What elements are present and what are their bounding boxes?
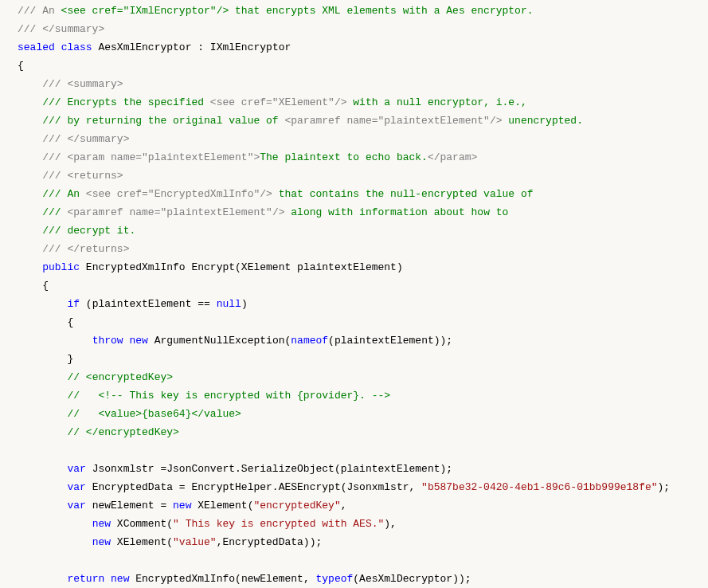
code-token: EncryptedData = EncryptHelper.AESEncrypt… [86,481,421,493]
code-token: /// </summary> [18,23,104,35]
code-token: var [67,463,85,475]
code-block: /// An <see cref="IXmlEncryptor"/> that … [0,0,708,588]
code-token: throw [92,335,123,347]
code-token: EncryptedXmlInfo Encrypt(XElement plaint… [80,261,403,273]
code-token: sealed [18,41,55,53]
code-line: /// Encrypts the specified <see cref="XE… [18,93,708,112]
code-token: // <encryptedKey> [67,371,173,383]
code-token: AesXmlEncryptor : IXmlEncryptor [92,41,291,53]
code-token: return [67,573,104,585]
code-token: { [67,316,73,328]
code-line: /// <summary> [18,75,708,93]
code-token: <paramref name="plaintextElement"/> [284,115,502,127]
code-token: ); [658,481,671,493]
code-token: /// <param name="plaintextElement"> [42,151,260,163]
code-token: "encryptedKey" [253,500,340,512]
code-token: public [42,261,80,273]
code-line: sealed class AesXmlEncryptor : IXmlEncry… [18,38,708,57]
code-token: /// </summary> [42,133,129,145]
code-token: " This key is encrypted with AES." [173,518,384,530]
code-token: <paramref name="plaintextElement"/> [67,206,284,218]
code-token: <see cref="XElement"/> [210,96,347,108]
code-line: throw new ArgumentNullException(nameof(p… [18,331,708,350]
code-token: class [61,41,92,53]
code-token: "value" [173,536,217,548]
code-token: that encrypts XML elements with a Aes en… [229,5,533,17]
code-line: public EncryptedXmlInfo Encrypt(XElement… [18,258,708,276]
code-token: /// <summary> [42,78,123,90]
code-line: // <value>{base64}</value> [18,405,708,423]
code-line: // <!-- This key is encrypted with {prov… [18,386,708,405]
code-token: The plaintext to echo back. [260,151,428,163]
code-token: new [173,500,191,512]
code-token: EncryptedXmlInfo(newElement, [129,573,315,585]
code-line: new XComment(" This key is encrypted wit… [18,515,708,533]
code-token: new [92,518,111,530]
code-token: var [67,500,85,512]
code-token: new [111,573,129,585]
code-line: { [18,57,708,75]
code-token: new [92,536,111,548]
code-line: var Jsonxmlstr =JsonConvert.SerializeObj… [18,460,708,478]
code-line: { [18,276,708,295]
code-token: <see cref="IXmlEncryptor"/> [61,5,229,17]
code-token: Jsonxmlstr =JsonConvert.SerializeObject(… [86,463,452,475]
code-token: typeof [316,573,354,585]
code-token: } [67,353,73,365]
code-line: /// decrypt it. [18,221,708,240]
code-line [18,551,708,570]
code-token: // <!-- This key is encrypted with {prov… [67,390,390,402]
code-line: /// </summary> [18,130,708,148]
code-token: along with information about how to [284,206,508,218]
code-token: /// Encrypts the specified [42,96,210,108]
code-token: /// <returns> [42,170,123,182]
code-token: ,EncryptedData)); [217,536,323,548]
code-line: /// </returns> [18,240,708,258]
code-token: null [217,298,241,310]
code-token: with a null encryptor, i.e., [347,96,527,108]
code-token: /// by returning the original value of [42,115,284,127]
code-token: /// An [18,5,61,17]
code-token: new [129,335,147,347]
code-token: (plaintextElement == [80,298,217,310]
code-line: /// An <see cref="EncryptedXmlInfo"/> th… [18,185,708,203]
code-token: unencrypted. [503,115,583,127]
code-token: { [18,60,24,72]
code-token: ArgumentNullException( [148,335,291,347]
code-line: var newElement = new XElement("encrypted… [18,496,708,515]
code-token: /// [42,206,67,218]
code-token: { [42,280,49,292]
code-line: if (plaintextElement == null) [18,295,708,313]
code-line: /// <returns> [18,167,708,185]
code-line: // </encryptedKey> [18,423,708,441]
code-token: XComment( [111,518,173,530]
code-token: /// </returns> [42,243,129,255]
code-token [55,41,61,53]
code-token: /// An [42,188,86,200]
code-line: } [18,350,708,368]
code-token: // </encryptedKey> [67,426,178,438]
code-token: , [341,500,347,512]
code-token: XElement( [111,536,173,548]
code-line: { [18,313,708,331]
code-token: ) [241,298,248,310]
code-line: /// <param name="plaintextElement">The p… [18,148,708,167]
code-token: newElement = [86,500,173,512]
code-token [104,573,111,585]
code-token: <see cref="EncryptedXmlInfo"/> [86,188,272,200]
code-token: if [67,298,80,310]
code-token: /// decrypt it. [42,225,135,237]
code-token: XElement( [191,500,253,512]
code-line: /// <paramref name="plaintextElement"/> … [18,203,708,221]
code-token: "b587be32-0420-4eb1-89c6-01bb999e18fe" [421,481,657,493]
code-token: (plaintextElement)); [328,335,452,347]
code-token: nameof [291,335,328,347]
code-line: /// </summary> [18,20,708,38]
code-line: /// An <see cref="IXmlEncryptor"/> that … [18,2,708,20]
code-line: var EncryptedData = EncryptHelper.AESEnc… [18,478,708,496]
code-line: return new EncryptedXmlInfo(newElement, … [18,570,708,588]
code-token: // <value>{base64}</value> [67,408,241,420]
code-line [18,441,708,460]
code-token: ), [384,518,397,530]
code-line: /// by returning the original value of <… [18,112,708,130]
